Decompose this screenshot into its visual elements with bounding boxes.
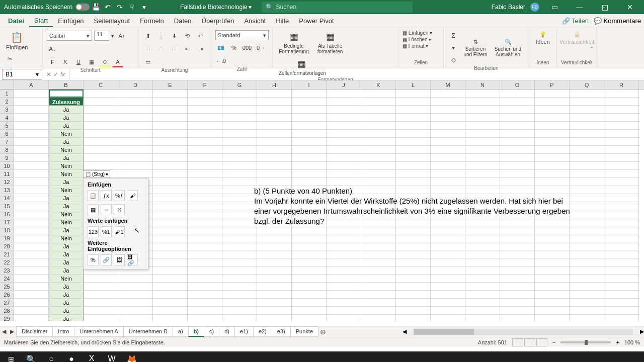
cell[interactable] [14,162,49,170]
cell[interactable] [222,154,257,162]
cell[interactable] [327,138,361,146]
cell[interactable] [84,283,118,291]
cell[interactable] [361,258,396,266]
cell[interactable] [431,258,465,266]
cell[interactable] [361,146,396,154]
cell[interactable] [327,291,361,299]
col-header[interactable]: O [500,80,535,89]
taskbar-obs-icon[interactable]: ● [62,352,80,362]
cell[interactable] [188,178,222,186]
cell[interactable] [257,283,292,291]
paste-values-icon[interactable]: 123 [88,226,99,237]
col-header[interactable]: M [431,80,465,89]
cell[interactable] [292,98,327,106]
row-header[interactable]: 21 [0,250,14,258]
cell[interactable] [153,89,188,98]
cell[interactable] [535,242,570,250]
cell[interactable] [49,89,84,98]
minimize-icon[interactable]: — [570,0,590,14]
paste-keep-source-icon[interactable]: 🖌 [127,190,138,201]
view-break-icon[interactable] [536,338,547,346]
cell[interactable] [396,146,431,154]
menu-tab-ueberpruefen[interactable]: Überprüfen [197,15,239,27]
cell[interactable] [604,291,639,299]
font-color-icon[interactable]: A [112,56,123,67]
borders-icon[interactable]: ▦ [86,56,97,67]
row-header[interactable]: 26 [0,291,14,299]
cell[interactable] [570,122,604,130]
cell[interactable] [222,186,257,194]
underline-button[interactable]: U [73,56,84,67]
align-center-icon[interactable]: ≡ [155,43,167,54]
cell[interactable] [292,114,327,122]
cell[interactable] [257,146,292,154]
cell[interactable] [570,291,604,299]
cell[interactable] [604,299,639,307]
cell[interactable] [153,178,188,186]
cell[interactable] [84,146,118,154]
cell[interactable] [500,122,535,130]
cell[interactable] [570,283,604,291]
cell[interactable] [188,186,222,194]
comma-icon[interactable]: 000 [242,42,253,53]
cell[interactable] [570,315,604,321]
menu-tab-hilfe[interactable]: Hilfe [271,15,294,27]
cell[interactable] [188,210,222,218]
cell[interactable] [153,242,188,250]
cell[interactable] [361,89,396,98]
cell[interactable] [535,307,570,315]
cell[interactable] [570,266,604,275]
row-header[interactable]: 25 [0,283,14,291]
cell[interactable] [188,89,222,98]
cell[interactable] [500,234,535,242]
cell[interactable] [118,138,153,146]
cell[interactable]: Nein [49,186,84,194]
cell[interactable] [188,315,222,321]
cell[interactable] [84,122,118,130]
cell[interactable] [292,299,327,307]
cell[interactable] [222,218,257,226]
cell[interactable] [222,291,257,299]
cell[interactable]: Ja [49,283,84,291]
cell[interactable] [570,242,604,250]
cell[interactable] [292,275,327,283]
cell[interactable] [431,138,465,146]
cut-icon[interactable]: ✂ [4,53,15,64]
cell[interactable] [604,130,639,138]
cell[interactable] [292,234,327,242]
autosum-icon[interactable]: Σ [448,30,459,41]
taskbar-cortana-icon[interactable]: ○ [42,352,60,362]
view-normal-icon[interactable] [512,338,523,346]
cell[interactable] [118,307,153,315]
cell[interactable] [188,154,222,162]
cell[interactable] [153,170,188,178]
cell[interactable] [535,106,570,114]
cell[interactable] [14,218,49,226]
cell[interactable] [153,162,188,170]
cell[interactable] [361,170,396,178]
cell[interactable] [327,250,361,258]
taskbar-firefox-icon[interactable]: 🦊 [123,352,141,362]
cell[interactable] [604,194,639,202]
cell[interactable]: Ja [49,106,84,114]
cell[interactable] [465,307,500,315]
cell[interactable] [292,138,327,146]
cell[interactable] [396,234,431,242]
cell[interactable] [431,275,465,283]
row-header[interactable]: 1 [0,89,14,98]
cell[interactable] [153,218,188,226]
cell[interactable] [188,266,222,275]
cell[interactable] [292,146,327,154]
zoom-slider[interactable] [560,341,611,343]
cell[interactable] [431,106,465,114]
cell[interactable] [465,162,500,170]
cell[interactable] [257,162,292,170]
row-header[interactable]: 22 [0,258,14,266]
sheet-tab[interactable]: d) [219,326,235,337]
cell[interactable] [431,283,465,291]
cell[interactable] [257,250,292,258]
cell[interactable] [465,258,500,266]
cell[interactable] [257,130,292,138]
avatar[interactable]: FB [530,3,539,12]
taskbar-excel-icon[interactable]: X [83,352,101,362]
